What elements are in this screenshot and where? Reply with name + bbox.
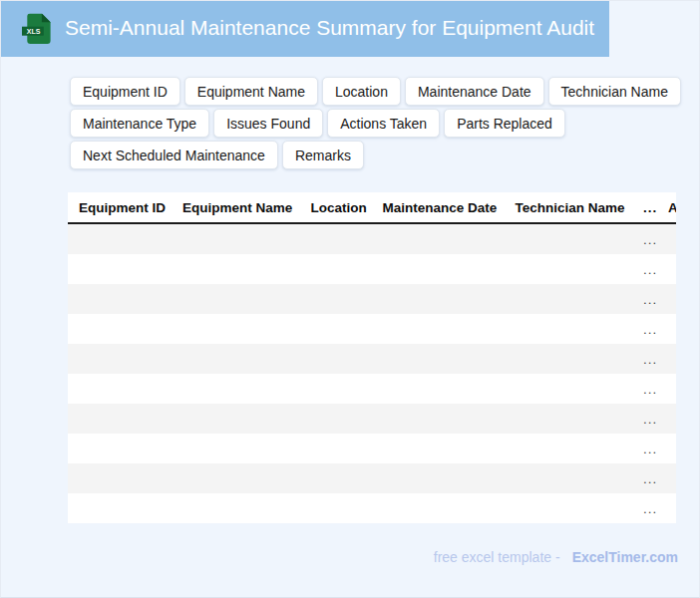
empty-cell xyxy=(373,344,506,374)
empty-cell xyxy=(373,314,506,344)
column-header: Technician Name xyxy=(506,192,634,224)
empty-cell xyxy=(301,314,373,344)
empty-cell xyxy=(68,463,174,493)
field-chip[interactable]: Actions Taken xyxy=(327,109,440,138)
field-chip[interactable]: Maintenance Date xyxy=(405,77,544,106)
empty-cell xyxy=(373,374,506,404)
empty-cell xyxy=(506,254,634,284)
field-chip[interactable]: Equipment ID xyxy=(70,77,180,106)
empty-cell xyxy=(373,284,506,314)
empty-cell xyxy=(301,284,373,314)
field-chip[interactable]: Issues Found xyxy=(213,109,323,138)
empty-cell xyxy=(301,374,373,404)
empty-cell xyxy=(373,434,506,463)
template-preview-page: XLS Semi-Annual Maintenance Summary for … xyxy=(0,0,700,598)
page-title: Semi-Annual Maintenance Summary for Equi… xyxy=(65,16,594,40)
empty-cell xyxy=(658,284,676,314)
field-chip[interactable]: Parts Replaced xyxy=(444,109,565,138)
header-band: XLS Semi-Annual Maintenance Summary for … xyxy=(1,1,609,57)
footer-credit: free excel template -ExcelTimer.com xyxy=(434,547,678,567)
empty-cell xyxy=(301,493,373,523)
footer-credit-text: free excel template - xyxy=(434,549,560,565)
empty-cell xyxy=(506,284,634,314)
empty-cell xyxy=(373,493,506,523)
empty-cell xyxy=(68,344,174,374)
empty-cell xyxy=(301,224,373,254)
empty-cell xyxy=(373,224,506,254)
empty-cell xyxy=(658,404,676,434)
empty-cell xyxy=(68,434,174,463)
empty-cell xyxy=(373,404,506,434)
empty-cell xyxy=(658,434,676,463)
footer-brand-link[interactable]: ExcelTimer.com xyxy=(572,549,678,565)
field-chip-list: Equipment IDEquipment NameLocationMainte… xyxy=(70,77,681,172)
field-chip[interactable]: Technician Name xyxy=(548,77,681,106)
column-header: Location xyxy=(301,192,373,224)
empty-cell xyxy=(506,224,634,254)
xls-icon-label: XLS xyxy=(26,28,40,35)
empty-cell xyxy=(68,224,174,254)
empty-cell xyxy=(506,493,634,523)
table-row: ... xyxy=(68,374,677,404)
ellipsis-cell: ... xyxy=(633,463,658,493)
empty-cell xyxy=(373,254,506,284)
empty-cell xyxy=(658,254,676,284)
field-chip[interactable]: Maintenance Type xyxy=(70,109,209,138)
empty-cell xyxy=(173,374,301,404)
table-row: ... xyxy=(68,404,677,434)
table-row: ... xyxy=(68,463,677,493)
preview-table-container: Equipment IDEquipment NameLocationMainte… xyxy=(68,192,677,523)
table-row: ... xyxy=(68,224,677,254)
empty-cell xyxy=(658,344,676,374)
empty-cell xyxy=(173,254,301,284)
empty-cell xyxy=(173,463,301,493)
empty-cell xyxy=(658,314,676,344)
ellipsis-cell: ... xyxy=(633,434,658,463)
table-row: ... xyxy=(68,254,677,284)
field-chip-row: Equipment IDEquipment NameLocationMainte… xyxy=(70,77,681,106)
empty-cell xyxy=(506,463,634,493)
ellipsis-cell: ... xyxy=(633,404,658,434)
column-header: A xyxy=(658,192,676,224)
empty-cell xyxy=(506,374,634,404)
empty-cell xyxy=(68,314,174,344)
empty-cell xyxy=(301,434,373,463)
preview-table: Equipment IDEquipment NameLocationMainte… xyxy=(68,192,677,523)
empty-cell xyxy=(658,493,676,523)
field-chip[interactable]: Equipment Name xyxy=(184,77,318,106)
empty-cell xyxy=(301,254,373,284)
empty-cell xyxy=(506,344,634,374)
ellipsis-cell: ... xyxy=(633,374,658,404)
empty-cell xyxy=(506,314,634,344)
empty-cell xyxy=(301,344,373,374)
empty-cell xyxy=(173,493,301,523)
column-header: Equipment ID xyxy=(68,192,174,224)
field-chip[interactable]: Location xyxy=(322,77,401,106)
column-header: Equipment Name xyxy=(173,192,301,224)
empty-cell xyxy=(173,404,301,434)
ellipsis-cell: ... xyxy=(633,314,658,344)
ellipsis-cell: ... xyxy=(633,224,658,254)
empty-cell xyxy=(68,404,174,434)
table-row: ... xyxy=(68,314,677,344)
empty-cell xyxy=(173,224,301,254)
empty-cell xyxy=(506,404,634,434)
field-chip-row: Maintenance TypeIssues FoundActions Take… xyxy=(70,109,681,138)
empty-cell xyxy=(506,434,634,463)
column-header: ... xyxy=(633,192,658,224)
empty-cell xyxy=(658,224,676,254)
empty-cell xyxy=(301,404,373,434)
ellipsis-cell: ... xyxy=(633,493,658,523)
empty-cell xyxy=(173,314,301,344)
empty-cell xyxy=(301,463,373,493)
table-row: ... xyxy=(68,434,677,463)
empty-cell xyxy=(373,463,506,493)
field-chip[interactable]: Remarks xyxy=(282,141,364,169)
field-chip[interactable]: Next Scheduled Maintenance xyxy=(70,141,278,169)
ellipsis-cell: ... xyxy=(633,254,658,284)
xls-file-icon: XLS xyxy=(22,14,51,45)
table-row: ... xyxy=(68,344,677,374)
empty-cell xyxy=(68,254,174,284)
ellipsis-cell: ... xyxy=(633,284,658,314)
empty-cell xyxy=(658,463,676,493)
